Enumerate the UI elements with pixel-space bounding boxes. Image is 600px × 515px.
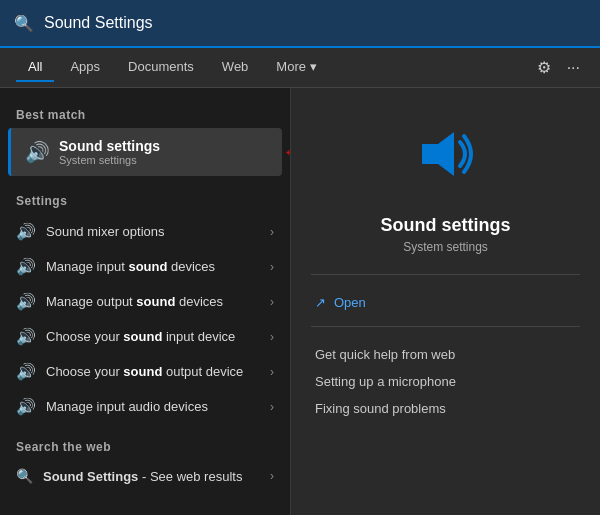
item-text-6: Manage input audio devices [46, 399, 260, 414]
share-icon[interactable]: ⚙ [533, 56, 555, 79]
search-icon: 🔍 [14, 14, 34, 33]
list-item[interactable]: 🔊 Choose your sound output device › [0, 354, 290, 389]
settings-section-label: Settings [0, 186, 290, 214]
right-panel: Sound settings System settings ↗ Open Ge… [290, 88, 600, 515]
sound-icon-4: 🔊 [16, 327, 36, 346]
web-search-icon: 🔍 [16, 468, 33, 484]
open-icon: ↗ [315, 295, 326, 310]
list-item[interactable]: 🔊 Manage output sound devices › [0, 284, 290, 319]
help-link-1[interactable]: Get quick help from web [311, 341, 580, 368]
tab-web[interactable]: Web [210, 53, 261, 82]
web-chevron-icon: › [270, 469, 274, 483]
search-bar: 🔍 [0, 0, 600, 48]
best-match-item[interactable]: 🔊 Sound settings System settings [8, 128, 282, 176]
sound-icon-3: 🔊 [16, 292, 36, 311]
item-text-2: Manage input sound devices [46, 259, 260, 274]
right-panel-subtitle: System settings [403, 240, 488, 254]
list-item[interactable]: 🔊 Sound mixer options › [0, 214, 290, 249]
search-input[interactable] [44, 14, 586, 32]
sound-icon-1: 🔊 [16, 222, 36, 241]
web-search-label: Search the web [0, 432, 290, 460]
best-match-title: Sound settings [59, 138, 268, 154]
open-label: Open [334, 295, 366, 310]
chevron-icon-6: › [270, 400, 274, 414]
main-content: Best match 🔊 Sound settings System setti… [0, 88, 600, 515]
item-text-3: Manage output sound devices [46, 294, 260, 309]
item-text-5: Choose your sound output device [46, 364, 260, 379]
chevron-icon-3: › [270, 295, 274, 309]
chevron-icon-2: › [270, 260, 274, 274]
right-panel-sound-icon [410, 118, 482, 203]
chevron-icon-4: › [270, 330, 274, 344]
right-panel-divider [311, 274, 580, 275]
chevron-icon-5: › [270, 365, 274, 379]
sound-settings-icon: 🔊 [25, 140, 49, 164]
tab-apps[interactable]: Apps [58, 53, 112, 82]
tab-all[interactable]: All [16, 53, 54, 82]
web-search-text: Sound Settings - See web results [43, 469, 242, 484]
best-match-text: Sound settings System settings [59, 138, 268, 166]
sound-icon-2: 🔊 [16, 257, 36, 276]
item-text-4: Choose your sound input device [46, 329, 260, 344]
help-link-2[interactable]: Setting up a microphone [311, 368, 580, 395]
best-match-subtitle: System settings [59, 154, 268, 166]
item-text-1: Sound mixer options [46, 224, 260, 239]
help-link-3[interactable]: Fixing sound problems [311, 395, 580, 422]
list-item[interactable]: 🔊 Manage input audio devices › [0, 389, 290, 424]
left-panel: Best match 🔊 Sound settings System setti… [0, 88, 290, 515]
sound-icon-6: 🔊 [16, 397, 36, 416]
nav-tabs: All Apps Documents Web More ▾ ⚙ ··· [0, 48, 600, 88]
chevron-icon-1: › [270, 225, 274, 239]
list-item[interactable]: 🔊 Choose your sound input device › [0, 319, 290, 354]
sound-icon-5: 🔊 [16, 362, 36, 381]
right-panel-title: Sound settings [381, 215, 511, 236]
svg-marker-0 [422, 132, 454, 176]
tab-more[interactable]: More ▾ [264, 53, 328, 82]
list-item[interactable]: 🔊 Manage input sound devices › [0, 249, 290, 284]
web-search-item[interactable]: 🔍 Sound Settings - See web results › [0, 460, 290, 492]
more-options-icon[interactable]: ··· [563, 57, 584, 79]
tab-documents[interactable]: Documents [116, 53, 206, 82]
best-match-label: Best match [0, 100, 290, 128]
open-action[interactable]: ↗ Open [311, 289, 580, 316]
divider-2 [311, 326, 580, 327]
red-arrow-indicator: ← [282, 139, 290, 165]
